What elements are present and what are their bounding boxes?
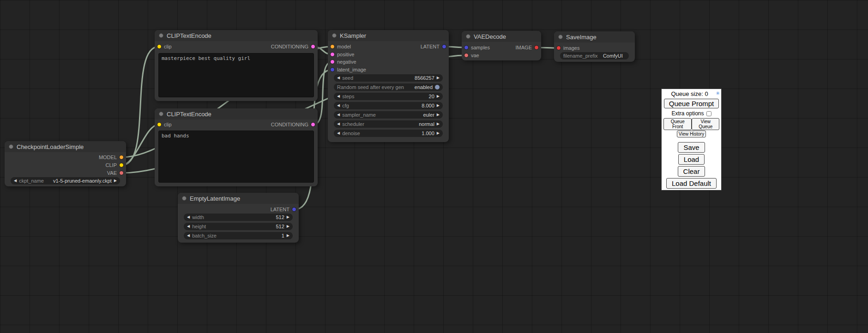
slot-label: CONDITIONING [271,44,308,49]
node-title-bar[interactable]: EmptyLatentImage [178,193,299,204]
collapse-dot-icon[interactable] [159,112,163,116]
increment-icon[interactable]: ▶ [287,234,289,238]
graph-canvas[interactable]: CheckpointLoaderSimple MODEL CLIP VAE ◀ … [0,0,868,333]
increment-icon[interactable]: ▶ [437,113,440,117]
node-vae-decode[interactable]: VAEDecode samples IMAGE vae [462,31,541,60]
load-default-button[interactable]: Load Default [666,178,717,189]
view-queue-button[interactable]: View Queue [692,118,719,130]
input-port-model[interactable] [330,44,335,49]
decrement-icon[interactable]: ◀ [14,179,17,183]
node-ksampler[interactable]: KSampler model LATENT positive negative … [328,30,449,142]
increment-icon[interactable]: ▶ [287,225,289,228]
slot-label: model [337,44,351,49]
widget-steps[interactable]: ◀ steps 20 ▶ [334,93,443,100]
output-port-conditioning[interactable] [311,44,315,49]
node-title-bar[interactable]: KSampler [328,30,449,41]
node-empty-latent-image[interactable]: EmptyLatentImage LATENT ◀ width 512 ▶ ◀ … [178,193,299,243]
decrement-icon[interactable]: ◀ [337,76,340,80]
output-port-vae[interactable] [119,171,124,175]
slot-latent-output: LATENT [271,206,296,213]
node-clip-text-encode-positive[interactable]: CLIPTextEncode clip CONDITIONING masterp… [155,30,318,101]
widget-sampler-name[interactable]: ◀ sampler_name euler ▶ [334,111,443,119]
output-port-clip[interactable] [119,163,124,167]
collapse-dot-icon[interactable] [466,34,470,39]
slot-image-output: IMAGE [516,44,539,51]
slot-clip-input: clip [157,43,172,50]
input-port-positive[interactable] [330,52,335,57]
queue-size-label: Queue size: 0 [671,90,708,97]
node-title-bar[interactable]: CLIPTextEncode [155,30,318,41]
extra-options-checkbox[interactable] [706,111,711,116]
increment-icon[interactable]: ▶ [437,95,440,98]
prompt-textarea-negative[interactable]: bad hands [158,131,314,183]
collapse-dot-icon[interactable] [332,33,337,38]
queue-front-button[interactable]: Queue Front [663,118,692,130]
queue-buttons-row: Queue Front View Queue [662,117,721,130]
widget-height[interactable]: ◀ height 512 ▶ [184,223,293,230]
node-title: KSampler [340,32,366,39]
widget-cfg[interactable]: ◀ cfg 8.000 ▶ [334,102,443,109]
slot-label: latent_image [337,67,366,72]
decrement-icon[interactable]: ◀ [337,122,340,126]
widget-filename-prefix[interactable]: filename_prefix ComfyUI [560,52,629,59]
node-checkpoint-loader-simple[interactable]: CheckpointLoaderSimple MODEL CLIP VAE ◀ … [5,141,126,186]
increment-icon[interactable]: ▶ [287,215,289,219]
widget-seed[interactable]: ◀ seed 8566257 ▶ [334,74,443,82]
decrement-icon[interactable]: ◀ [187,225,190,228]
clear-button[interactable]: Clear [678,166,705,177]
decrement-icon[interactable]: ◀ [337,113,340,117]
input-port-images[interactable] [556,46,561,50]
widget-denoise[interactable]: ◀ denoise 1.000 ▶ [334,130,443,137]
node-title-bar[interactable]: SaveImage [554,31,635,42]
slot-model: MODEL [99,154,124,161]
load-button[interactable]: Load [678,154,705,165]
collapse-dot-icon[interactable] [182,196,187,201]
save-button[interactable]: Save [678,142,705,153]
decrement-icon[interactable]: ◀ [337,131,340,135]
decrement-icon[interactable]: ◀ [187,234,190,238]
increment-icon[interactable]: ▶ [437,76,440,80]
widget-batch-size[interactable]: ◀ batch_size 1 ▶ [184,232,293,239]
widget-scheduler[interactable]: ◀ scheduler normal ▶ [334,120,443,128]
toggle-knob-icon[interactable] [435,85,440,89]
output-port-image[interactable] [534,45,539,50]
input-port-negative[interactable] [330,59,335,64]
widget-width[interactable]: ◀ width 512 ▶ [184,214,293,221]
widget-random-seed-toggle[interactable]: Random seed after every gen enabled [334,83,443,91]
widget-value: euler [423,112,434,118]
increment-icon[interactable]: ▶ [437,131,440,135]
collapse-dot-icon[interactable] [558,35,563,39]
slot-label: LATENT [421,44,440,49]
output-port-model[interactable] [119,155,124,160]
view-history-button[interactable]: View History [677,131,706,137]
slot-label: VAE [107,170,117,176]
widget-ckpt-name[interactable]: ◀ ckpt_name v1-5-pruned-emaonly.ckpt ▶ [11,177,120,184]
node-title-bar[interactable]: VAEDecode [462,31,541,42]
collapse-dot-icon[interactable] [159,33,163,38]
increment-icon[interactable]: ▶ [437,104,440,107]
output-port-latent[interactable] [292,207,296,212]
input-port-clip[interactable] [157,122,162,127]
input-port-samples[interactable] [464,45,469,50]
node-title-bar[interactable]: CLIPTextEncode [155,108,318,119]
output-port-conditioning[interactable] [311,122,315,127]
decrement-icon[interactable]: ◀ [337,104,340,107]
input-port-clip[interactable] [157,44,162,49]
increment-icon[interactable]: ▶ [114,179,117,183]
widget-value: 512 [276,214,284,220]
decrement-icon[interactable]: ◀ [187,215,190,219]
settings-icon[interactable]: ✳ [716,90,720,96]
input-port-latent-image[interactable] [330,67,335,72]
extra-options-row: Extra options [662,109,721,117]
node-save-image[interactable]: SaveImage images filename_prefix ComfyUI [554,31,635,62]
prompt-textarea-positive[interactable]: masterpiece best quality girl [158,53,314,97]
widget-value: 512 [276,224,284,229]
output-port-latent[interactable] [442,44,446,49]
node-title-bar[interactable]: CheckpointLoaderSimple [5,141,126,152]
collapse-dot-icon[interactable] [9,144,13,149]
input-port-vae[interactable] [464,53,469,58]
queue-prompt-button[interactable]: Queue Prompt [664,99,719,108]
node-clip-text-encode-negative[interactable]: CLIPTextEncode clip CONDITIONING bad han… [155,108,318,186]
increment-icon[interactable]: ▶ [437,122,440,126]
decrement-icon[interactable]: ◀ [337,95,340,98]
